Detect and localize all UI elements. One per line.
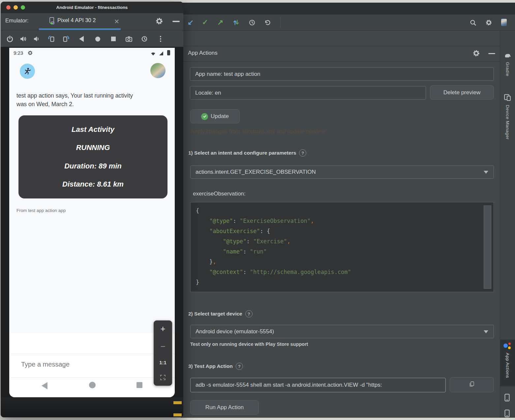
step2-help-icon[interactable]: ?	[245, 310, 253, 317]
settings-gear-icon[interactable]	[485, 18, 493, 26]
code-line: "@context": "http://schema.googleapis.co…	[196, 267, 488, 277]
panel-title: App Actions	[188, 50, 218, 56]
code-line: {	[196, 206, 488, 216]
overview-icon[interactable]	[109, 35, 118, 43]
minimize-traffic-light[interactable]	[14, 5, 18, 10]
nav-back-button[interactable]	[42, 382, 47, 389]
rotate-right-icon[interactable]	[62, 35, 71, 43]
update-check-icon	[201, 113, 208, 120]
zoom-fit-button[interactable]	[160, 375, 166, 382]
user-avatar[interactable]	[500, 18, 508, 26]
code-line: "@type": "Exercise",	[196, 236, 488, 247]
intent-dropdown[interactable]: actions.intent.GET_EXERCISE_OBSERVATION	[190, 165, 494, 179]
toolbar-separator	[280, 17, 281, 28]
panel-gear-icon[interactable]	[473, 50, 480, 57]
tool-tab-gradle[interactable]: Gradle	[500, 52, 515, 76]
sync-icon[interactable]	[232, 18, 240, 26]
local-history-icon[interactable]	[248, 18, 256, 26]
fitness-app-icon[interactable]	[20, 64, 35, 79]
nav-home-button[interactable]	[89, 382, 96, 388]
emulator-window-title: Android Emulator - fitnessactions	[1, 2, 183, 13]
delete-preview-label: Delete preview	[443, 89, 480, 96]
screenshot-canvas: ↙ ✓ ↗ App Actions	[0, 0, 515, 420]
emulator-zoom-controls: + − 1:1	[154, 320, 172, 386]
volume-up-icon[interactable]	[19, 35, 28, 43]
editor-scrollbar[interactable]	[484, 205, 491, 289]
delete-preview-button[interactable]: Delete preview	[430, 85, 494, 100]
emulator-settings-gear-icon[interactable]	[156, 17, 163, 25]
device-hint: Test only on running device with Play St…	[190, 342, 308, 347]
zoom-traffic-light[interactable]	[21, 5, 25, 10]
last-activity-card[interactable]: Last Activity RUNNING Duration: 89 min D…	[18, 115, 167, 198]
power-icon[interactable]	[6, 35, 14, 43]
tool-tab-device-manager[interactable]: Device Manager	[500, 93, 515, 139]
step1-label-row: 1) Select an intent and configure parame…	[188, 149, 306, 157]
avd-tab-label[interactable]: Pixel 4 API 30 2	[57, 17, 96, 23]
close-traffic-light[interactable]	[6, 5, 11, 10]
chevron-down-icon	[484, 330, 488, 333]
back-icon[interactable]	[77, 35, 86, 43]
nav-overview-button[interactable]	[136, 382, 142, 388]
step3-help-icon[interactable]: ?	[236, 363, 243, 370]
card-title: Last Activity	[72, 125, 114, 134]
gradle-elephant-icon	[504, 52, 511, 59]
commit-icon[interactable]: ✓	[201, 18, 209, 26]
code-line: "name": "run"	[196, 247, 488, 257]
cellular-signal-icon	[159, 51, 164, 57]
snapshot-history-icon[interactable]	[140, 35, 149, 43]
search-everywhere-icon[interactable]	[469, 18, 477, 26]
step3-label-row: 3) Test App Action ?	[188, 363, 243, 370]
zoom-in-button[interactable]: +	[160, 324, 165, 333]
card-distance: Distance: 8.61 km	[62, 180, 124, 189]
app-name-field[interactable]	[190, 67, 494, 81]
panel-minimize-icon[interactable]	[488, 53, 495, 54]
screenshot-camera-icon[interactable]	[125, 35, 133, 43]
zoom-out-button[interactable]: −	[160, 342, 165, 351]
rollback-icon[interactable]	[263, 18, 271, 26]
emulator-toolbar	[1, 30, 183, 47]
update-hint-text: Apply changes from shortcuts.xml and upd…	[191, 128, 325, 135]
adb-command-field[interactable]	[190, 378, 446, 392]
tool-tab-device-manager-label: Device Manager	[505, 105, 510, 139]
locale-field[interactable]	[190, 86, 426, 100]
update-label: Update	[211, 113, 229, 120]
zoom-actual-size-button[interactable]: 1:1	[159, 360, 167, 365]
device-dropdown[interactable]: Android device (emulator-5554)	[190, 325, 494, 338]
emulator-tool-tab-icon[interactable]	[504, 394, 510, 403]
step1-label: 1) Select an intent and configure parame…	[188, 150, 296, 156]
assistant-message: test app action says, Your last running …	[16, 91, 152, 109]
run-app-action-button[interactable]: Run App Action	[190, 400, 259, 415]
tool-tab-app-actions[interactable]: App Actions	[500, 342, 515, 378]
volume-down-icon[interactable]	[33, 35, 41, 43]
card-activity-state: RUNNING	[76, 143, 110, 152]
exercise-observation-editor[interactable]: { "@type": "ExerciseObservation", "about…	[190, 202, 494, 292]
push-icon[interactable]: ↗	[216, 18, 224, 26]
avd-phone-icon	[49, 17, 55, 26]
param-name-label: exerciseObservation:	[193, 191, 246, 197]
adb-command-input[interactable]	[196, 382, 440, 388]
warning-stripe-mark	[173, 401, 182, 404]
wifi-icon	[151, 51, 156, 57]
update-project-icon[interactable]: ↙	[187, 18, 195, 26]
message-input[interactable]	[20, 360, 127, 369]
assistant-icon	[503, 342, 511, 350]
rotate-left-icon[interactable]	[47, 35, 55, 43]
emulator-minimize-icon[interactable]	[172, 21, 180, 22]
step1-help-icon[interactable]: ?	[299, 149, 306, 157]
user-profile-avatar[interactable]	[150, 63, 166, 78]
cut-off-tool-tab-icon[interactable]	[504, 409, 510, 419]
card-source-caption: From test app action app	[16, 208, 66, 213]
input-divider-bottom	[9, 377, 175, 378]
locale-input[interactable]	[195, 90, 421, 96]
copy-command-button[interactable]	[450, 377, 494, 392]
emulator-window: Android Emulator - fitnessactions Emulat…	[1, 2, 183, 417]
code-line: "@type": "ExerciseObservation",	[196, 216, 488, 226]
app-name-input[interactable]	[195, 71, 489, 77]
step3-label: 3) Test App Action	[188, 363, 233, 369]
update-button[interactable]: Update	[190, 109, 240, 123]
home-icon[interactable]	[93, 35, 102, 43]
phone-screen: 9:23 test app action says, Your last run…	[9, 48, 175, 397]
more-options-icon[interactable]	[156, 35, 165, 43]
code-line: }	[196, 277, 488, 287]
device-dropdown-value: Android device (emulator-5554)	[196, 328, 274, 335]
